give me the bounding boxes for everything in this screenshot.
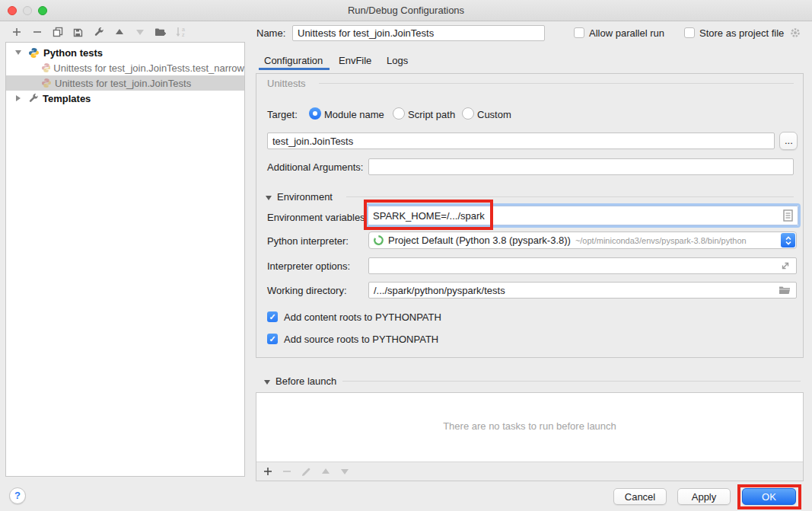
configurations-tree: Python tests Unittests for test_join.Joi… (5, 42, 245, 477)
tree-item-python-tests[interactable]: Python tests (6, 45, 244, 60)
dropdown-stepper-icon[interactable] (781, 233, 795, 248)
configuration-pane: Unittests Target: Module name Script pat… (256, 73, 804, 358)
ok-button[interactable]: OK (742, 488, 796, 505)
radio-module-name-label: Module name (324, 109, 384, 120)
before-launch-collapse-icon[interactable] (264, 380, 270, 385)
additional-arguments-label: Additional Arguments: (267, 161, 363, 173)
tree-item-templates[interactable]: Templates (6, 91, 244, 106)
environment-section-label: Environment (277, 191, 333, 203)
tree-item-label: Templates (43, 93, 91, 104)
before-launch-task-list[interactable]: There are no tasks to run before launch (256, 393, 803, 462)
module-name-input[interactable] (267, 133, 775, 149)
add-source-roots-label: Add source roots to PYTHONPATH (284, 334, 438, 345)
interpreter-options-label: Interpreter options: (267, 260, 350, 272)
title-bar[interactable]: Run/Debug Configurations (0, 0, 812, 21)
move-task-down-icon (340, 468, 349, 475)
additional-arguments-input[interactable] (368, 158, 794, 175)
radio-script-path[interactable] (393, 107, 405, 120)
sort-configurations-icon: az (175, 26, 186, 38)
browse-variables-icon[interactable] (783, 209, 793, 222)
radio-custom[interactable] (462, 107, 474, 120)
working-directory-input[interactable] (368, 282, 797, 299)
add-task-icon[interactable] (263, 467, 272, 476)
target-label: Target: (267, 109, 298, 120)
interpreter-options-input[interactable] (368, 257, 797, 274)
add-content-roots-label: Add content roots to PYTHONPATH (284, 311, 441, 323)
wrench-icon (28, 93, 39, 104)
environment-variables-input[interactable] (368, 206, 798, 225)
remove-task-icon (282, 467, 291, 476)
virtualenv-icon (373, 235, 384, 246)
store-as-project-file-checkbox[interactable] (684, 27, 695, 38)
radio-custom-label: Custom (477, 109, 511, 120)
add-configuration-icon[interactable] (11, 26, 22, 38)
expanded-chevron-icon[interactable] (15, 50, 21, 55)
tree-item-test-narrow[interactable]: Unittests for test_join.JoinTests.test_n… (6, 60, 244, 75)
move-task-up-icon (321, 468, 330, 475)
environment-divider (346, 196, 794, 197)
tab-logs[interactable]: Logs (387, 55, 408, 66)
active-tab-underline (259, 68, 330, 70)
move-up-icon[interactable] (113, 26, 125, 38)
tree-item-label: Unittests for test_join.JoinTests.test_n… (53, 62, 244, 74)
tree-item-label: Python tests (43, 47, 103, 59)
cancel-button[interactable]: Cancel (613, 488, 667, 505)
save-configuration-icon[interactable] (72, 26, 84, 38)
svg-text:a: a (182, 27, 185, 32)
store-as-project-file-label: Store as project file (699, 27, 784, 39)
name-input[interactable] (292, 25, 545, 41)
new-folder-icon[interactable] (154, 26, 166, 38)
gear-icon[interactable] (789, 27, 801, 39)
environment-variables-label: Environment variables: (267, 212, 368, 223)
allow-parallel-run-checkbox[interactable] (574, 27, 584, 38)
python-interpreter-label: Python interpreter: (267, 235, 349, 247)
help-button[interactable]: ? (9, 487, 26, 504)
environment-variables-field-focus (365, 203, 801, 228)
before-launch-panel: There are no tasks to run before launch (256, 392, 804, 481)
allow-parallel-run-label: Allow parallel run (589, 27, 664, 39)
copy-configuration-icon[interactable] (52, 26, 63, 38)
working-directory-label: Working directory: (267, 285, 347, 296)
python-test-icon (41, 78, 52, 88)
radio-module-name[interactable] (309, 107, 321, 120)
before-launch-section-label: Before launch (275, 375, 336, 387)
before-launch-toolbar (256, 462, 803, 481)
run-debug-configurations-dialog: Run/Debug Configurations az Python tests (0, 0, 812, 511)
expand-field-icon[interactable] (780, 260, 791, 271)
tree-item-jointests-selected[interactable]: Unittests for test_join.JoinTests (6, 75, 244, 91)
tab-configuration[interactable]: Configuration (264, 55, 323, 66)
python-test-icon (41, 62, 50, 73)
browse-module-button[interactable]: ... (779, 132, 798, 150)
svg-text:z: z (182, 32, 185, 37)
remove-configuration-icon[interactable] (31, 26, 43, 38)
collapsed-chevron-icon[interactable] (16, 95, 21, 101)
sidebar-toolbar: az (11, 24, 186, 40)
before-launch-empty-text: There are no tasks to run before launch (256, 420, 803, 432)
python-icon (28, 47, 40, 59)
folder-icon[interactable] (779, 285, 791, 295)
edit-task-icon (301, 467, 311, 477)
interpreter-value: Project Default (Python 3.8 (pyspark-3.8… (388, 235, 571, 246)
tab-envfile[interactable]: EnvFile (339, 55, 371, 66)
apply-button[interactable]: Apply (677, 488, 731, 505)
radio-script-path-label: Script path (408, 109, 455, 120)
add-source-roots-checkbox[interactable]: ✓ (267, 334, 278, 344)
python-interpreter-dropdown[interactable]: Project Default (Python 3.8 (pyspark-3.8… (368, 232, 797, 249)
move-down-icon (134, 26, 145, 38)
window-title: Run/Debug Configurations (0, 5, 812, 16)
edit-templates-icon[interactable] (93, 26, 104, 38)
interpreter-path: ~/opt/miniconda3/envs/pyspark-3.8/bin/py… (575, 236, 747, 245)
unittests-group-label: Unittests (267, 78, 306, 89)
environment-collapse-icon[interactable] (266, 196, 272, 200)
name-label: Name: (256, 27, 285, 39)
before-launch-divider (342, 381, 801, 382)
tree-item-label: Unittests for test_join.JoinTests (55, 78, 191, 89)
group-divider (319, 83, 794, 84)
add-content-roots-checkbox[interactable]: ✓ (267, 311, 278, 322)
